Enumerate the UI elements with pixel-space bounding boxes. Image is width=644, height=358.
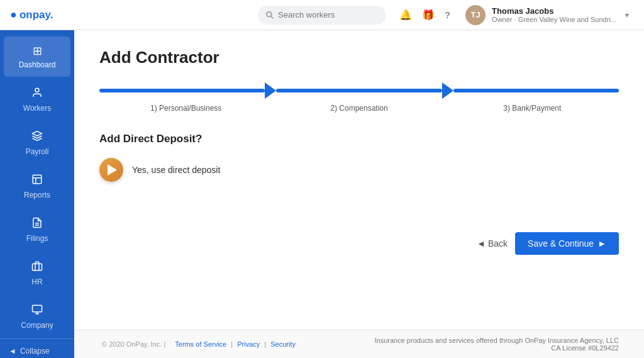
page-footer: © 2020 OnPay, Inc. | Terms of Service | … <box>74 330 644 358</box>
payroll-icon <box>31 130 43 145</box>
step-label-1: 1) Personal/Business <box>99 104 272 113</box>
footer-insurance: Insurance products and services offered … <box>375 337 619 352</box>
sidebar-item-label: Dashboard <box>19 60 56 69</box>
direct-deposit-label: Yes, use direct deposit <box>132 165 220 175</box>
sidebar-item-label: Workers <box>23 104 51 113</box>
company-icon <box>31 304 43 318</box>
back-arrow-icon: ◄ <box>477 238 486 249</box>
bell-icon: 🔔 <box>399 9 412 21</box>
sidebar-item-company[interactable]: Company <box>4 296 70 337</box>
stepper: 1) Personal/Business 2) Compensation 3) … <box>99 82 619 113</box>
security-link[interactable]: Security <box>270 340 296 348</box>
stepper-labels: 1) Personal/Business 2) Compensation 3) … <box>99 104 619 113</box>
stepper-line-2 <box>276 89 441 92</box>
save-continue-button[interactable]: Save & Continue ► <box>515 232 619 255</box>
sidebar-item-label: Company <box>21 321 53 330</box>
main-content: Add Contractor 1) Personal/Business 2) C… <box>74 30 644 358</box>
save-continue-label: Save & Continue <box>528 238 594 249</box>
license-text: CA License #0L29422 <box>375 344 619 352</box>
workers-icon <box>31 87 43 101</box>
reports-icon <box>31 174 43 188</box>
footer-separator-2: | <box>264 340 268 348</box>
topnav-icon-group: 🔔 🎁 ? TJ Thomas Jacobs Owner · Green Val… <box>399 3 634 28</box>
chevron-down-icon: ▾ <box>625 11 629 20</box>
help-icon: ? <box>445 9 450 20</box>
svg-point-2 <box>35 88 39 92</box>
actions-row: ◄ Back Save & Continue ► <box>99 232 619 267</box>
top-navigation: ● onpay. 🔔 🎁 ? TJ Thomas Jacobs Owner · … <box>0 0 644 30</box>
sidebar-item-reports[interactable]: Reports <box>4 166 70 207</box>
back-button[interactable]: ◄ Back <box>477 238 508 249</box>
user-role: Owner · Green Valley Wine and Sundri... <box>492 16 616 23</box>
search-input[interactable] <box>278 10 379 20</box>
sidebar: ⊞ Dashboard Workers Payroll <box>0 30 74 358</box>
hr-icon <box>31 260 43 275</box>
save-arrow-icon: ► <box>597 238 606 249</box>
logo-text: onpay. <box>19 9 53 21</box>
sidebar-item-workers[interactable]: Workers <box>4 79 70 120</box>
sidebar-item-label: HR <box>31 277 42 286</box>
stepper-line-3 <box>453 89 619 92</box>
user-name: Thomas Jacobs <box>492 6 616 16</box>
step-label-2: 2) Compensation <box>272 104 445 113</box>
search-icon <box>265 11 274 20</box>
footer-copyright: © 2020 OnPay, Inc. | <box>102 340 165 348</box>
stepper-arrow-2 <box>442 82 453 99</box>
stepper-arrow-1 <box>265 82 276 99</box>
app-logo[interactable]: ● onpay. <box>10 8 53 21</box>
radio-button-direct-deposit[interactable] <box>99 158 123 182</box>
sidebar-item-hr[interactable]: HR <box>4 253 70 294</box>
sidebar-item-payroll[interactable]: Payroll <box>4 123 70 164</box>
svg-rect-8 <box>33 264 42 271</box>
collapse-sidebar-button[interactable]: ◄ Collapse <box>0 338 74 358</box>
terms-of-service-link[interactable]: Terms of Service <box>175 340 226 348</box>
direct-deposit-radio-option[interactable]: Yes, use direct deposit <box>99 158 619 182</box>
dashboard-icon: ⊞ <box>33 44 42 58</box>
svg-line-1 <box>271 16 274 18</box>
back-label: Back <box>488 238 508 249</box>
collapse-arrow-icon: ◄ <box>9 347 16 355</box>
footer-links: © 2020 OnPay, Inc. | Terms of Service | … <box>99 340 296 348</box>
notification-button[interactable]: 🔔 <box>399 9 412 21</box>
svg-rect-3 <box>33 175 42 184</box>
avatar: TJ <box>465 5 486 25</box>
insurance-text: Insurance products and services offered … <box>375 337 619 344</box>
help-button[interactable]: ? <box>445 9 450 20</box>
footer-separator-1: | <box>231 340 235 348</box>
sidebar-item-filings[interactable]: Filings <box>4 210 70 250</box>
page-title: Add Contractor <box>99 48 619 67</box>
gift-button[interactable]: 🎁 <box>422 9 435 21</box>
filings-icon <box>31 217 43 232</box>
gift-icon: 🎁 <box>422 9 435 21</box>
logo-icon: ● <box>10 8 17 21</box>
collapse-label: Collapse <box>20 347 50 355</box>
privacy-link[interactable]: Privacy <box>237 340 260 348</box>
stepper-track <box>99 82 619 99</box>
form-section-title: Add Direct Deposit? <box>99 133 619 145</box>
step-label-3: 3) Bank/Payment <box>446 104 619 113</box>
content-area: Add Contractor 1) Personal/Business 2) C… <box>74 30 644 330</box>
stepper-line-1 <box>99 89 265 92</box>
svg-rect-9 <box>33 305 42 312</box>
play-icon <box>108 164 117 176</box>
search-bar[interactable] <box>258 6 386 25</box>
user-info: Thomas Jacobs Owner · Green Valley Wine … <box>492 6 616 23</box>
sidebar-item-label: Filings <box>26 234 48 243</box>
svg-point-0 <box>267 11 272 16</box>
sidebar-item-dashboard[interactable]: ⊞ Dashboard <box>4 36 70 77</box>
sidebar-item-label: Payroll <box>26 147 49 156</box>
user-menu-trigger[interactable]: TJ Thomas Jacobs Owner · Green Valley Wi… <box>460 3 634 28</box>
sidebar-item-label: Reports <box>24 191 50 199</box>
